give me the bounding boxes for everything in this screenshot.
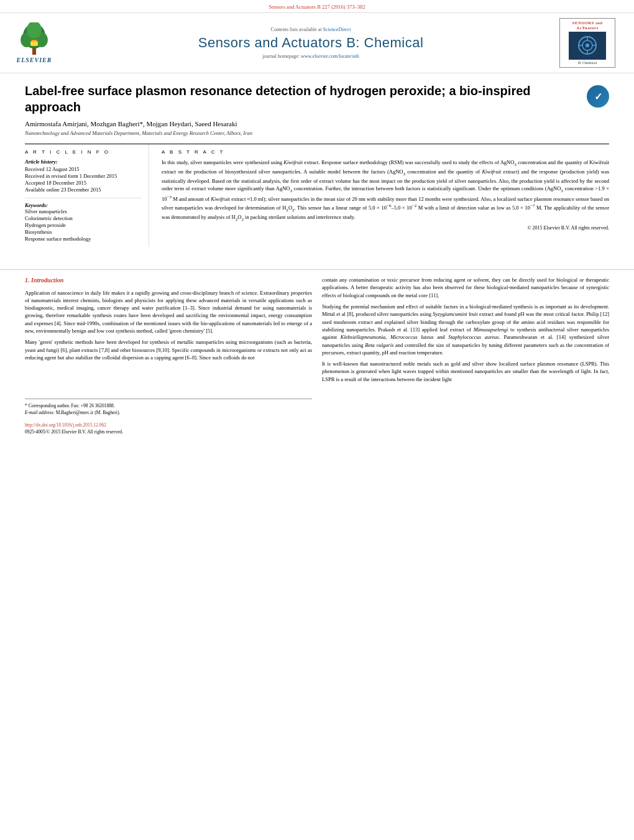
article-info-col: A R T I C L E I N F O Article history: R… xyxy=(25,144,149,247)
keyword-4: Biosynthesis xyxy=(25,229,141,235)
body-para5: It is well-known that nanostructured nob… xyxy=(322,360,609,383)
journal-ref-bar: Sensors and Actuators B 227 (2016) 373–3… xyxy=(0,0,634,12)
keyword-5: Response surface methodology xyxy=(25,236,141,242)
body-para1: Application of nanoscience in daily life… xyxy=(25,289,312,335)
crossmark-badge: ✓ xyxy=(587,85,609,108)
body-col-right: contain any contamination or toxic precu… xyxy=(322,276,609,436)
article-info-abstract: A R T I C L E I N F O Article history: R… xyxy=(25,144,609,247)
sensors-logo-image xyxy=(569,32,606,60)
keywords-group: Keywords: Silver nanoparticles Colorimet… xyxy=(25,202,141,242)
keyword-2: Colorimetric detection xyxy=(25,215,141,221)
issn-text: 0925-4005/© 2015 Elsevier B.V. All right… xyxy=(25,429,312,436)
journal-header: ELSEVIER Contents lists available at Sci… xyxy=(0,12,634,73)
article-title: Label-free surface plasmon resonance det… xyxy=(25,83,587,115)
elsevier-wordmark: ELSEVIER xyxy=(17,57,52,63)
available-date: Available online 23 December 2015 xyxy=(25,187,141,193)
authors: Amirmostafa Amirjani, Mozhgan Bagheri*, … xyxy=(25,120,609,127)
elsevier-tree-icon xyxy=(16,22,53,57)
author-affiliation: Nanotechnology and Advanced Materials De… xyxy=(25,130,609,136)
keyword-3: Hydrogen peroxide xyxy=(25,222,141,228)
sensors-logo-top: SENSORS andAcTuators xyxy=(572,21,603,30)
body-para4: Studying the potential mechanism and eff… xyxy=(322,303,609,356)
footnote-email: E-mail address: M.Bagheri@merc.ir (M. Ba… xyxy=(25,410,312,417)
homepage-url[interactable]: www.elsevier.com/locate/snb xyxy=(301,53,359,59)
body-content: 1. Introduction Application of nanoscien… xyxy=(0,276,634,436)
copyright-line: © 2015 Elsevier B.V. All rights reserved… xyxy=(162,225,609,231)
journal-homepage: journal homepage: www.elsevier.com/locat… xyxy=(62,53,559,59)
contents-line: Contents lists available at ScienceDirec… xyxy=(62,27,559,32)
main-divider xyxy=(0,269,634,270)
body-para3: contain any contamination or toxic precu… xyxy=(322,276,609,299)
abstract-label: A B S T R A C T xyxy=(162,149,609,155)
sensors-logo-box: SENSORS andAcTuators B: Chemical xyxy=(559,18,615,68)
keywords-label: Keywords: xyxy=(25,202,141,208)
crossmark-icon: ✓ xyxy=(587,85,609,108)
accepted-date: Accepted 18 December 2015 xyxy=(25,180,141,186)
abstract-col: A B S T R A C T In this study, silver na… xyxy=(162,144,609,247)
keyword-1: Silver nanoparticles xyxy=(25,208,141,215)
svg-point-10 xyxy=(586,44,589,47)
article-title-section: Label-free surface plasmon resonance det… xyxy=(25,83,609,115)
divider xyxy=(25,198,141,198)
journal-title-center: Contents lists available at ScienceDirec… xyxy=(62,27,559,59)
section1-title: 1. Introduction xyxy=(25,276,312,285)
journal-ref: Sensors and Actuators B 227 (2016) 373–3… xyxy=(269,4,365,10)
history-label: Article history: xyxy=(25,159,141,165)
article-info-label: A R T I C L E I N F O xyxy=(25,149,141,155)
page: Sensors and Actuators B 227 (2016) 373–3… xyxy=(0,0,634,840)
sciencedirect-link[interactable]: ScienceDirect xyxy=(323,27,351,32)
received-date: Received 12 August 2015 xyxy=(25,166,141,172)
article-history: Article history: Received 12 August 2015… xyxy=(25,159,141,193)
footnote-section: * Corresponding author. Fax: +98 26 3620… xyxy=(25,399,312,435)
footnote-corresponding: * Corresponding author. Fax: +98 26 3620… xyxy=(25,403,312,410)
svg-rect-6 xyxy=(32,40,37,42)
abstract-text: In this study, silver nanoparticles were… xyxy=(162,159,609,223)
svg-rect-5 xyxy=(30,41,38,46)
elsevier-logo: ELSEVIER xyxy=(6,22,62,63)
article-main: Label-free surface plasmon resonance det… xyxy=(0,73,634,261)
sensors-logo-bottom: B: Chemical xyxy=(578,61,597,65)
body-col-left: 1. Introduction Application of nanoscien… xyxy=(25,276,312,436)
doi-link[interactable]: http://dx.doi.org/10.1016/j.snb.2015.12.… xyxy=(25,422,106,428)
body-para2: Many 'green' synthetic methods have been… xyxy=(25,338,312,361)
journal-name: Sensors and Actuators B: Chemical xyxy=(62,35,559,51)
received-revised-date: Received in revised form 1 December 2015 xyxy=(25,173,141,179)
